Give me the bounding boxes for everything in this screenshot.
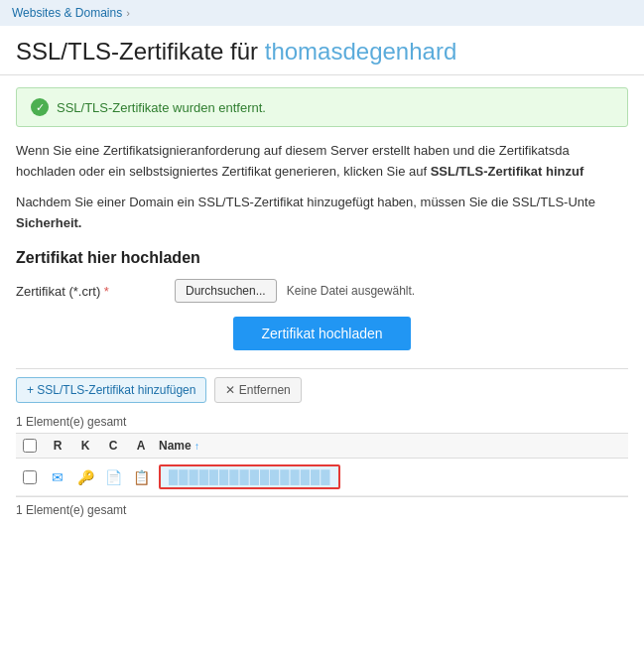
col-checkbox bbox=[16, 439, 44, 453]
success-icon: ✓ bbox=[31, 98, 49, 116]
add-certificate-button[interactable]: + SSL/TLS-Zertifikat hinzufügen bbox=[16, 377, 206, 403]
cert-label-text: Zertifikat (*.crt) bbox=[16, 284, 100, 299]
toolbar-row: + SSL/TLS-Zertifikat hinzufügen ✕ Entfer… bbox=[16, 368, 628, 409]
table-header: R K C A Name ↑ bbox=[16, 434, 628, 459]
bold-sicherheit: Sicherheit. bbox=[16, 215, 81, 230]
doc-icon: 📄 bbox=[105, 469, 122, 485]
certificate-name[interactable]: ████████████████ bbox=[159, 464, 340, 489]
cert-control-group: Durchsuchen... Keine Datei ausgewählt. bbox=[175, 279, 415, 303]
row-r-cell: ✉ bbox=[44, 469, 71, 485]
success-message: SSL/TLS-Zertifikate wurden entfernt. bbox=[57, 100, 266, 115]
no-file-text: Keine Datei ausgewählt. bbox=[287, 284, 415, 298]
sort-arrow: ↑ bbox=[194, 441, 199, 452]
page-title-prefix: SSL/TLS-Zertifikate für bbox=[16, 38, 265, 65]
certificates-table: R K C A Name ↑ ✉ 🔑 📄 📋 bbox=[16, 433, 628, 497]
cert-label: Zertifikat (*.crt) * bbox=[16, 284, 175, 299]
required-star: * bbox=[104, 284, 109, 299]
table-row: ✉ 🔑 📄 📋 ████████████████ bbox=[16, 459, 628, 496]
breadcrumb: Websites & Domains › bbox=[0, 0, 644, 26]
row-checkbox[interactable] bbox=[23, 470, 37, 484]
row-name-cell[interactable]: ████████████████ bbox=[155, 464, 628, 489]
col-name[interactable]: Name ↑ bbox=[155, 439, 628, 453]
row-k-cell: 🔑 bbox=[71, 469, 99, 485]
col-k: K bbox=[71, 439, 99, 453]
domain-name: thomasdegenhard bbox=[265, 38, 456, 65]
bold-link-1: SSL/TLS-Zertifikat hinzuf bbox=[431, 164, 584, 179]
row-a-cell: 📋 bbox=[127, 469, 155, 485]
page-title: SSL/TLS-Zertifikate für thomasdegenhard bbox=[16, 36, 628, 66]
upload-button[interactable]: Zertifikat hochladen bbox=[233, 317, 410, 350]
count-top: 1 Element(e) gesamt bbox=[16, 415, 628, 429]
description-paragraph-2: Nachdem Sie einer Domain ein SSL/TLS-Zer… bbox=[16, 193, 628, 234]
row-checkbox-cell bbox=[16, 470, 44, 484]
select-all-checkbox[interactable] bbox=[23, 439, 37, 453]
browse-button[interactable]: Durchsuchen... bbox=[175, 279, 277, 303]
remove-button[interactable]: ✕ Entfernen bbox=[214, 377, 301, 403]
doc2-icon: 📋 bbox=[133, 469, 150, 485]
key-icon: 🔑 bbox=[77, 469, 94, 485]
description-paragraph-1: Wenn Sie eine Zertifikatsignieranforderu… bbox=[16, 141, 628, 183]
breadcrumb-chevron: › bbox=[126, 7, 130, 19]
email-icon: ✉ bbox=[52, 469, 64, 485]
upload-button-row: Zertifikat hochladen bbox=[16, 317, 628, 350]
col-c: C bbox=[99, 439, 127, 453]
breadcrumb-home[interactable]: Websites & Domains bbox=[12, 6, 122, 20]
col-r: R bbox=[44, 439, 71, 453]
count-bottom: 1 Element(e) gesamt bbox=[16, 503, 628, 517]
success-banner: ✓ SSL/TLS-Zertifikate wurden entfernt. bbox=[16, 87, 628, 127]
page-header: SSL/TLS-Zertifikate für thomasdegenhard bbox=[0, 26, 644, 75]
certificate-form-row: Zertifikat (*.crt) * Durchsuchen... Kein… bbox=[16, 279, 628, 303]
section-title-upload: Zertifikat hier hochladen bbox=[16, 249, 628, 267]
row-c-cell: 📄 bbox=[99, 469, 127, 485]
content-area: ✓ SSL/TLS-Zertifikate wurden entfernt. W… bbox=[0, 75, 644, 533]
col-a: A bbox=[127, 439, 155, 453]
